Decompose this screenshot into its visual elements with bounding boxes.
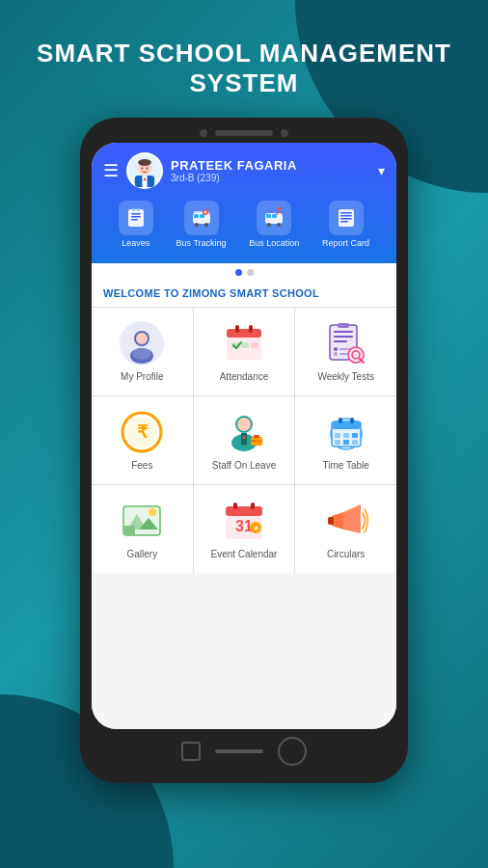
- welcome-text: WELCOME TO ZIMONG SMART SCHOOL: [103, 287, 319, 299]
- svg-rect-40: [235, 325, 239, 333]
- svg-rect-8: [128, 209, 144, 227]
- svg-point-5: [138, 159, 151, 166]
- svg-point-36: [136, 333, 148, 344]
- svg-point-6: [142, 168, 144, 170]
- circulars-label: Circulars: [327, 549, 365, 559]
- svg-rect-75: [343, 433, 349, 438]
- hamburger-menu[interactable]: ☰: [103, 160, 119, 181]
- my-profile-label: My Profile: [121, 371, 163, 382]
- recent-apps-button[interactable]: [278, 737, 307, 766]
- svg-rect-94: [328, 517, 334, 525]
- svg-rect-54: [339, 353, 347, 355]
- dot-2[interactable]: [247, 269, 254, 276]
- dot-1[interactable]: [235, 269, 242, 276]
- nav-label-bus-location: Bus Location: [249, 238, 299, 248]
- grid-item-gallery[interactable]: Gallery: [92, 485, 193, 573]
- grid-item-circulars[interactable]: Circulars: [295, 485, 396, 573]
- dropdown-icon[interactable]: ▾: [378, 163, 385, 178]
- weekly-tests-icon: [324, 321, 368, 366]
- bus-tracking-icon: [184, 201, 219, 235]
- svg-rect-32: [340, 221, 348, 223]
- svg-point-7: [147, 168, 149, 170]
- nav-item-report-card[interactable]: Report Card: [322, 201, 369, 248]
- grid-item-fees[interactable]: ₹ Fees: [92, 396, 193, 484]
- home-button[interactable]: [215, 749, 263, 753]
- svg-rect-87: [226, 506, 262, 516]
- svg-rect-31: [340, 218, 352, 220]
- phone-speaker: [215, 130, 273, 136]
- fees-label: Fees: [131, 460, 152, 471]
- svg-rect-13: [137, 208, 140, 211]
- gallery-icon: [120, 499, 164, 543]
- grid-item-weekly-tests[interactable]: Weekly Tests: [295, 308, 396, 395]
- fees-icon: ₹: [120, 410, 164, 454]
- grid-item-staff-on-leave[interactable]: Staff On Leave: [194, 396, 295, 484]
- svg-text:★: ★: [252, 524, 258, 532]
- user-info: PRATEEK FAGARIA 3rd-B (239): [171, 158, 370, 183]
- nav-item-bus-location[interactable]: Bus Location: [249, 201, 299, 248]
- avatar: [126, 152, 163, 189]
- attendance-icon: [222, 321, 266, 366]
- welcome-banner: WELCOME TO ZIMONG SMART SCHOOL: [92, 278, 396, 308]
- nav-icons-row: Leaves: [103, 201, 385, 248]
- nav-label-leaves: Leaves: [122, 238, 149, 248]
- event-calendar-label: Event Calendar: [211, 549, 278, 559]
- svg-text:₹: ₹: [137, 422, 149, 442]
- svg-point-84: [149, 508, 156, 516]
- svg-rect-11: [131, 219, 138, 221]
- back-button[interactable]: [181, 742, 201, 761]
- grid-item-attendance[interactable]: Attendance: [194, 308, 295, 395]
- svg-point-27: [277, 207, 281, 210]
- weekly-tests-label: Weekly Tests: [317, 371, 374, 382]
- svg-rect-9: [131, 213, 141, 215]
- svg-point-18: [195, 223, 199, 227]
- svg-rect-67: [254, 435, 259, 438]
- svg-rect-12: [132, 208, 135, 211]
- svg-rect-76: [352, 433, 358, 438]
- staff-on-leave-icon: [222, 410, 266, 454]
- pagination-dots: [92, 263, 396, 278]
- report-card-icon: [329, 201, 364, 235]
- svg-marker-95: [343, 504, 361, 533]
- svg-point-52: [334, 352, 338, 356]
- svg-rect-41: [249, 325, 253, 333]
- phone-camera: [200, 129, 207, 137]
- nav-item-leaves[interactable]: Leaves: [119, 201, 153, 248]
- nav-item-bus-tracking[interactable]: Bus Tracking: [176, 201, 227, 248]
- svg-point-37: [132, 348, 151, 360]
- svg-rect-85: [123, 526, 135, 535]
- bus-location-icon: [257, 201, 291, 235]
- svg-rect-88: [233, 502, 237, 509]
- svg-rect-47: [334, 331, 353, 333]
- time-table-icon: [324, 410, 368, 454]
- gallery-label: Gallery: [126, 549, 157, 559]
- grid-item-event-calendar[interactable]: 31 ★ Event Calendar: [194, 485, 295, 573]
- svg-rect-39: [227, 329, 261, 338]
- phone-camera-right: [281, 129, 288, 137]
- header-row: ☰: [103, 152, 385, 189]
- grid-item-my-profile[interactable]: My Profile: [92, 308, 193, 395]
- svg-rect-89: [251, 502, 255, 509]
- nav-label-report-card: Report Card: [322, 238, 369, 248]
- content-area: My Profile: [92, 308, 396, 729]
- leaves-icon: [119, 201, 153, 235]
- svg-point-21: [203, 211, 205, 213]
- svg-rect-77: [335, 440, 340, 445]
- user-name: PRATEEK FAGARIA: [171, 158, 370, 173]
- nav-label-bus-tracking: Bus Tracking: [176, 238, 227, 248]
- grid-item-time-table[interactable]: Time Table: [295, 396, 396, 484]
- svg-rect-16: [200, 214, 204, 218]
- svg-rect-10: [131, 216, 141, 218]
- svg-point-51: [334, 347, 338, 351]
- time-table-label: Time Table: [322, 460, 368, 471]
- svg-rect-71: [332, 421, 361, 429]
- phone-bottom-bar: [92, 737, 396, 766]
- svg-rect-73: [350, 418, 354, 423]
- svg-rect-49: [334, 340, 347, 342]
- svg-point-26: [277, 223, 281, 227]
- svg-rect-50: [338, 323, 349, 328]
- svg-rect-29: [340, 212, 352, 214]
- user-class: 3rd-B (239): [171, 173, 370, 183]
- circulars-icon: [324, 499, 368, 543]
- phone-screen: ☰: [92, 143, 396, 729]
